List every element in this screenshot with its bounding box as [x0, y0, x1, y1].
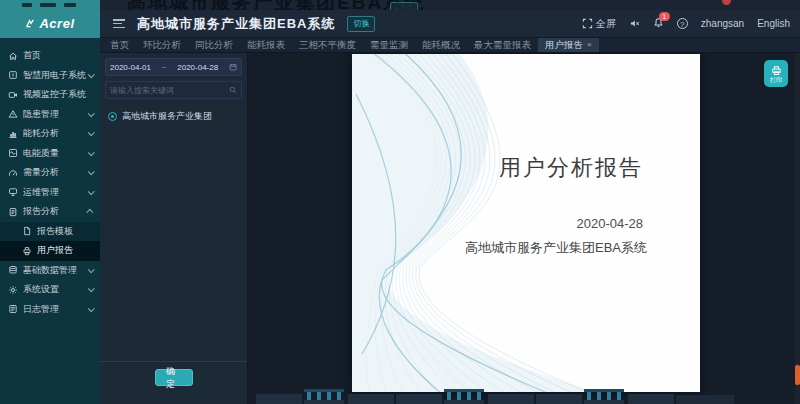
- sidebar-item-label: 运维管理: [23, 186, 88, 199]
- log-icon: [8, 304, 18, 314]
- tab-5[interactable]: 需量监测: [363, 38, 415, 52]
- sidebar-item-label: 智慧用电子系统: [23, 69, 88, 82]
- template-icon: [22, 226, 32, 236]
- sidebar-item-sub-1[interactable]: 用户报告: [0, 241, 100, 261]
- language-switcher[interactable]: English: [757, 18, 790, 29]
- fullscreen-icon: [582, 18, 593, 29]
- chevron-down-icon: [88, 286, 95, 293]
- sidebar: 首页智慧用电子系统视频监控子系统隐患管理能耗分析电能质量需量分析运维管理报告分析…: [0, 38, 100, 404]
- mute-icon[interactable]: [629, 18, 640, 29]
- database-icon: [8, 265, 18, 275]
- tab-label: 同比分析: [195, 38, 233, 52]
- date-range-picker[interactable]: 2020-04-01 ~ 2020-04-28: [105, 58, 242, 76]
- tab-label: 三相不平衡度: [299, 38, 356, 52]
- scrollbar-thumb[interactable]: [795, 365, 800, 385]
- tab-8[interactable]: 用户报告×: [538, 38, 599, 52]
- report-title: 用户分析报告: [499, 153, 643, 183]
- ghost-logo-block: [0, 0, 100, 10]
- demand-analysis-icon: [8, 168, 18, 178]
- chevron-down-icon: [88, 110, 95, 117]
- search-icon[interactable]: [229, 86, 237, 94]
- sidebar-item-label: 能耗分析: [23, 127, 88, 140]
- chevron-down-icon: [88, 71, 95, 78]
- sidebar-item-11[interactable]: 日志管理: [0, 300, 100, 320]
- tab-3[interactable]: 能耗报表: [240, 38, 292, 52]
- header-actions: 全屏 1 ? zhangsan English: [582, 17, 800, 31]
- power-quality-icon: [8, 148, 18, 158]
- ghost-badge: [722, 0, 731, 5]
- print-button[interactable]: 打印: [764, 60, 788, 87]
- chevron-down-icon: [88, 169, 95, 176]
- tab-close-icon[interactable]: ×: [587, 41, 592, 49]
- tab-1[interactable]: 环比分析: [136, 38, 188, 52]
- filter-panel: 2020-04-01 ~ 2020-04-28 高地城市服务产业集团 确 定: [100, 53, 248, 404]
- ghost-switch-button: [390, 2, 418, 10]
- sidebar-submenu: 报告模板用户报告: [0, 222, 100, 261]
- date-separator: ~: [162, 63, 167, 72]
- panel-divider: [100, 361, 247, 362]
- menu-toggle-icon[interactable]: [113, 19, 125, 28]
- report-page: 用户分析报告 2020-04-28 高地城市服务产业集团EBA系统: [352, 54, 700, 392]
- sidebar-item-label: 报告分析: [23, 205, 88, 218]
- smart-power-icon: [8, 70, 18, 80]
- sidebar-item-label: 系统设置: [23, 283, 88, 296]
- tab-7[interactable]: 最大需量报表: [467, 38, 538, 52]
- tab-label: 用户报告: [545, 38, 583, 52]
- tab-label: 环比分析: [143, 38, 181, 52]
- sidebar-item-2[interactable]: 视频监控子系统: [0, 85, 100, 105]
- sidebar-item-label: 日志管理: [23, 303, 88, 316]
- panel-spacer: [105, 123, 242, 361]
- tab-2[interactable]: 同比分析: [188, 38, 240, 52]
- tab-0[interactable]: 首页: [103, 38, 136, 52]
- notifications-button[interactable]: 1: [653, 17, 664, 30]
- sidebar-item-4[interactable]: 能耗分析: [0, 124, 100, 144]
- sidebar-item-10[interactable]: 系统设置: [0, 280, 100, 300]
- sidebar-item-5[interactable]: 电能质量: [0, 144, 100, 164]
- print-label: 打印: [770, 77, 782, 83]
- confirm-button[interactable]: 确 定: [155, 369, 193, 386]
- sidebar-item-label: 报告模板: [37, 225, 93, 238]
- report-icon: [8, 207, 18, 217]
- tab-label: 首页: [110, 38, 129, 52]
- cityscape-graphic: [248, 386, 800, 404]
- search-input[interactable]: [110, 86, 229, 95]
- tab-6[interactable]: 能耗概况: [415, 38, 467, 52]
- chevron-down-icon: [88, 266, 95, 273]
- sidebar-item-1[interactable]: 智慧用电子系统: [0, 66, 100, 86]
- ops-icon: [8, 187, 18, 197]
- switch-project-button[interactable]: 切换: [347, 16, 375, 32]
- sidebar-item-sub-0[interactable]: 报告模板: [0, 222, 100, 242]
- ghost-title: 高地城市服务产业集团EBA系统: [127, 0, 425, 10]
- scrollbar-track[interactable]: [795, 53, 800, 404]
- ghost-header-strip: 高地城市服务产业集团EBA系统: [0, 0, 800, 10]
- fullscreen-label: 全屏: [596, 17, 616, 31]
- tab-label: 最大需量报表: [474, 38, 531, 52]
- wave-graphic: [352, 54, 700, 392]
- sidebar-item-label: 视频监控子系统: [23, 88, 93, 101]
- username[interactable]: zhangsan: [701, 18, 744, 29]
- home-icon: [8, 51, 18, 61]
- tab-4[interactable]: 三相不平衡度: [292, 38, 363, 52]
- sidebar-item-label: 隐患管理: [23, 108, 88, 121]
- report-subtitle: 高地城市服务产业集团EBA系统: [465, 239, 647, 257]
- acrel-logo-icon: [25, 18, 36, 29]
- sidebar-item-7[interactable]: 运维管理: [0, 183, 100, 203]
- chevron-down-icon: [88, 188, 95, 195]
- user-report-icon: [22, 246, 32, 256]
- sidebar-item-3[interactable]: 隐患管理: [0, 105, 100, 125]
- printer-icon: [771, 65, 782, 76]
- sidebar-item-6[interactable]: 需量分析: [0, 163, 100, 183]
- notification-badge: 1: [659, 12, 670, 21]
- hazard-icon: [8, 109, 18, 119]
- sidebar-item-0[interactable]: 首页: [0, 46, 100, 66]
- acrel-logo: Acrel: [0, 10, 100, 38]
- date-start[interactable]: 2020-04-01: [110, 63, 151, 72]
- sidebar-item-label: 用户报告: [37, 244, 93, 257]
- help-icon[interactable]: ?: [677, 18, 688, 29]
- sidebar-item-8[interactable]: 报告分析: [0, 202, 100, 222]
- tree-node-root[interactable]: 高地城市服务产业集团: [105, 110, 242, 123]
- fullscreen-button[interactable]: 全屏: [582, 17, 616, 31]
- date-end[interactable]: 2020-04-28: [177, 63, 218, 72]
- sidebar-item-9[interactable]: 基础数据管理: [0, 261, 100, 281]
- radio-selected-icon[interactable]: [108, 112, 117, 121]
